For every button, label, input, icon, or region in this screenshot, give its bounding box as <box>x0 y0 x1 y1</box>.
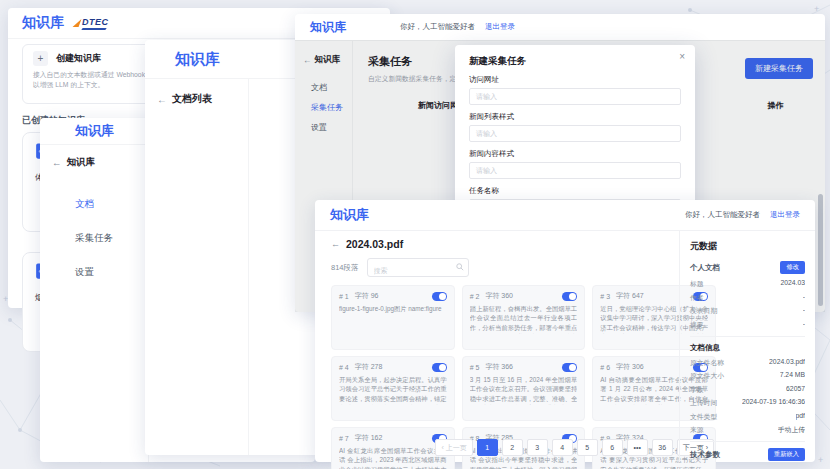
back-to-kb[interactable]: ← 知识库 <box>40 156 148 169</box>
field-value: 手动上传 <box>778 425 805 435</box>
logo-text: DTEC <box>82 17 109 27</box>
chunk-char-count: 字符 360 <box>485 291 513 301</box>
app-title: 知识库 <box>75 122 114 140</box>
page-number[interactable]: 2 <box>502 439 523 456</box>
chunk-card[interactable]: # 5 字符 366 3 月 15 日至 16 日，2024 年全国烟草工作会议… <box>462 356 586 421</box>
chunk-text: 3 月 15 日至 16 日，2024 年全国烟草工作会议在北京召开。会议强调要… <box>470 375 578 405</box>
field-label: 上传时间 <box>690 398 717 408</box>
field-label: 字数 <box>690 385 704 395</box>
search-input[interactable] <box>368 262 490 279</box>
back-arrow-icon: ← <box>52 157 62 168</box>
sidebar-menu-item[interactable]: 文档 <box>40 187 148 221</box>
tech-params-title: 技术参数 <box>690 450 720 460</box>
chunk-card[interactable]: # 2 字符 360 踏上新征程，奋楫再出发。全国烟草工作会议全面总结过去一年行… <box>462 285 586 350</box>
plus-icon: + <box>33 51 48 66</box>
divider <box>690 336 805 337</box>
field-label: 任务名称 <box>469 186 681 196</box>
chunk-char-count: 字符 366 <box>485 362 513 372</box>
chunk-id: # 5 <box>470 364 480 371</box>
user-greeting: 你好，人工智能爱好者退出登录 <box>400 14 515 40</box>
logout-link[interactable]: 退出登录 <box>485 22 515 31</box>
chunk-id: # 1 <box>339 293 349 300</box>
doc-type-label: 个人文档 <box>690 263 720 273</box>
search-box <box>367 258 469 277</box>
sidebar-menu-item[interactable]: 采集任务 <box>40 221 148 255</box>
sidebar-menu: 文档 采集任务 设置 <box>40 187 148 289</box>
input-placeholder: 请输入 <box>476 166 497 176</box>
chunk-enabled-toggle[interactable] <box>432 292 447 301</box>
app-title: 知识库 <box>175 50 220 69</box>
doclist-sidebar: ← 文档列表 <box>145 78 249 455</box>
sidebar-menu-item[interactable]: 设置 <box>40 255 148 289</box>
modal-text-input[interactable]: 请输入 <box>469 125 681 142</box>
create-kb-title: 创建知识库 <box>56 52 101 65</box>
modal-text-input[interactable]: 请输入 <box>469 88 681 105</box>
divider <box>690 441 805 442</box>
chunk-char-count: 字符 278 <box>355 362 383 372</box>
chunk-enabled-toggle[interactable] <box>562 363 577 372</box>
chunk-text: figure-1-figure-0.jpg图片 name:figure <box>339 304 447 313</box>
page-number[interactable]: 4 <box>552 439 573 456</box>
window-document-detail: 知识库 你好，人工智能爱好者退出登录 ← 2024.03.pdf 814段落 <box>315 200 815 462</box>
chunk-card[interactable]: # 1 字符 96 figure-1-figure-0.jpg图片 name:f… <box>331 285 455 350</box>
field-label: 访问网址 <box>469 75 681 85</box>
app-title: 知识库 <box>22 14 64 32</box>
doc-info-title: 文档信息 <box>690 343 805 353</box>
doc-info-list: 原文件名称2024.03.pdf 原文件大小7.24 MB 字数62057 上传… <box>690 358 805 436</box>
input-placeholder: 请输入 <box>476 92 497 102</box>
page-number[interactable]: 3 <box>527 439 548 456</box>
chunk-enabled-toggle[interactable] <box>562 292 577 301</box>
field-label: 发表日期 <box>690 306 717 316</box>
back-arrow-icon: ← <box>157 94 167 105</box>
chunk-card[interactable]: # 4 字符 278 开局关系全局，起步决定后程。认真学习领会习近平总书记关于经… <box>331 356 455 421</box>
chunk-id: # 6 <box>600 364 610 371</box>
scrollbar-thumb[interactable] <box>818 194 823 306</box>
metadata-title: 元数据 <box>690 240 805 253</box>
page-number[interactable]: ••• <box>627 439 648 456</box>
kb-sidebar: ← 知识库 文档 采集任务 设置 <box>40 144 149 462</box>
field-value: - <box>803 293 805 303</box>
modal-title: 新建采集任务 <box>469 55 681 68</box>
page-number[interactable]: 36 <box>652 439 673 456</box>
field-value: - <box>803 306 805 316</box>
chunk-id: # 7 <box>339 435 349 442</box>
search-icon <box>456 263 464 271</box>
pagination: 上一页 1 2 3 4 5 6 ••• 36 下一页 <box>435 439 714 456</box>
re-embed-button[interactable]: 重新嵌入 <box>768 448 805 461</box>
svg-text:+: + <box>818 455 823 465</box>
field-value: 2024.03 <box>780 279 805 289</box>
metadata-panel: 元数据 个人文档 修改 标题2024.03 作者- 发表日期- 摘要- 文档信息… <box>679 230 815 462</box>
page-number[interactable]: 1 <box>477 439 498 456</box>
page-number[interactable]: 5 <box>577 439 598 456</box>
tasks-header: 知识库 你好，人工智能爱好者退出登录 <box>295 14 825 41</box>
page-number[interactable]: 6 <box>602 439 623 456</box>
modal-text-input[interactable]: 请输入 <box>469 162 681 179</box>
field-value: 2024.03.pdf <box>769 358 805 368</box>
chunk-text: 开局关系全局，起步决定后程。认真学习领会习近平总书记关于经济工作的重要论述，贯彻… <box>339 375 447 405</box>
field-label: 新闻内容样式 <box>469 149 681 159</box>
chunk-char-count: 字符 647 <box>616 291 644 301</box>
paragraph-count: 814段落 <box>331 263 359 273</box>
edit-metadata-button[interactable]: 修改 <box>780 261 805 274</box>
logo-underline <box>81 28 106 30</box>
chunk-text: 踏上新征程，奋楫再出发。全国烟草工作会议全面总结过去一年行业各项工作，分析当前形… <box>470 304 578 334</box>
field-value: 62057 <box>786 385 805 395</box>
document-title: 2024.03.pdf <box>346 238 403 250</box>
back-to-doclist[interactable]: ← 文档列表 <box>145 92 248 106</box>
logout-link[interactable]: 退出登录 <box>770 210 800 219</box>
chunk-char-count: 字符 96 <box>355 291 379 301</box>
greeting-text: 你好，人工智能爱好者 <box>685 210 760 219</box>
chunk-id: # 4 <box>339 364 349 371</box>
chunk-enabled-toggle[interactable] <box>432 363 447 372</box>
input-placeholder: 请输入 <box>476 129 497 139</box>
field-value: 2024-07-19 16:46:36 <box>742 398 805 408</box>
back-arrow-icon[interactable]: ← <box>331 239 340 249</box>
field-label: 新闻列表样式 <box>469 112 681 122</box>
chunk-char-count: 字符 162 <box>355 433 383 443</box>
prev-page-button[interactable]: 上一页 <box>435 439 472 456</box>
close-icon[interactable]: × <box>679 51 685 62</box>
dtec-logo: DTEC <box>74 17 109 30</box>
field-value: pdf <box>796 412 805 422</box>
field-label: 摘要 <box>690 320 704 330</box>
chunk-id: # 3 <box>600 293 610 300</box>
